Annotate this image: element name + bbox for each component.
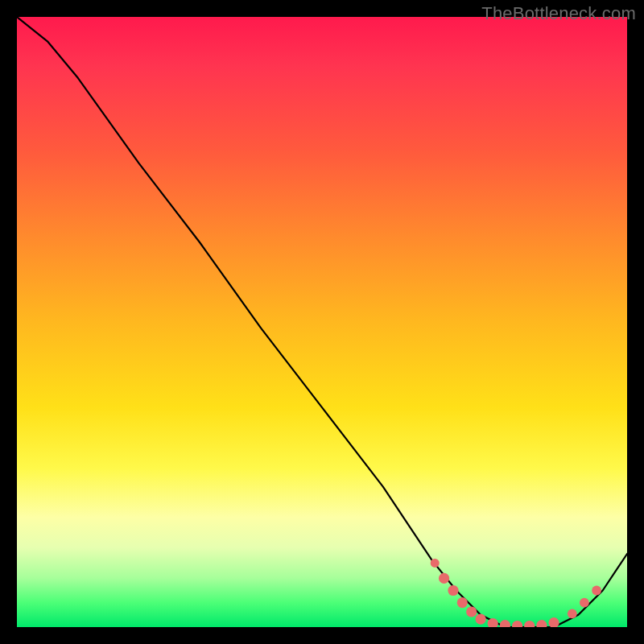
watermark-text: TheBottleneck.com [481, 3, 636, 24]
marker-group [431, 559, 601, 627]
marker-dot [580, 598, 589, 608]
marker-dot [457, 597, 468, 608]
marker-dot [500, 620, 510, 627]
marker-dot [592, 586, 601, 596]
chart-frame: TheBottleneck.com [0, 0, 644, 644]
marker-dot [548, 617, 559, 627]
chart-svg [17, 17, 627, 627]
marker-dot [466, 606, 477, 617]
marker-dot [448, 585, 458, 596]
marker-dot [431, 559, 440, 568]
curve-path [17, 17, 627, 627]
marker-dot [512, 621, 522, 627]
marker-dot [568, 609, 577, 618]
marker-dot [439, 573, 449, 584]
marker-dot [524, 621, 535, 627]
marker-dot [476, 614, 486, 625]
marker-dot [536, 620, 547, 627]
